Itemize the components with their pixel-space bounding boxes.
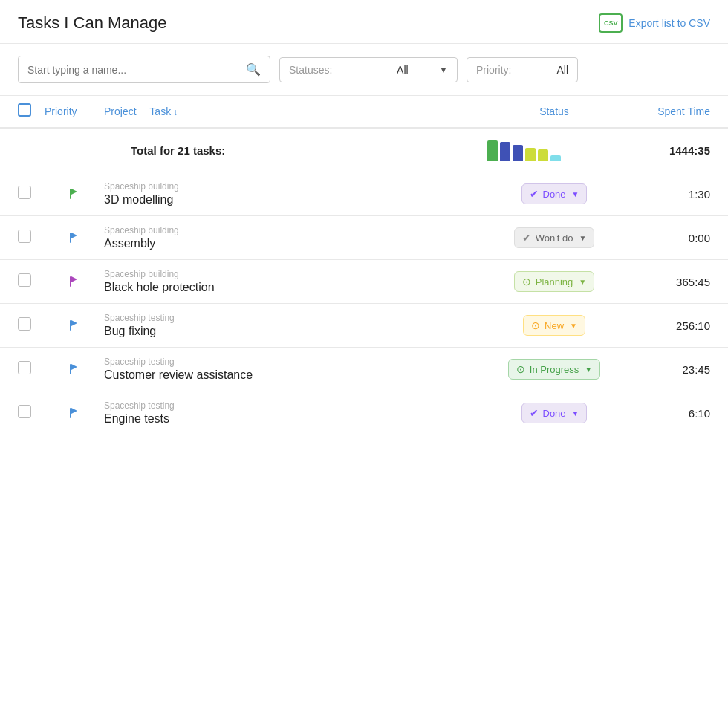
flag-icon — [67, 362, 82, 377]
export-label: Export list to CSV — [628, 17, 710, 29]
filters-bar: 🔍 Statuses: All ▼ Priority: All — [0, 44, 728, 96]
status-label: In Progress — [530, 364, 579, 375]
table-row: Spaceship building Black hole protection… — [0, 260, 728, 304]
flag-icon — [67, 274, 82, 289]
status-badge[interactable]: ⊙ Planning ▼ — [514, 271, 595, 292]
status-badge[interactable]: ✔ Won't do ▼ — [514, 227, 595, 248]
totals-chart — [487, 139, 621, 161]
select-all-col[interactable] — [18, 103, 45, 120]
task-status-col: ✔ Done ▼ — [487, 183, 621, 204]
search-input[interactable] — [27, 64, 246, 76]
priority-header-label: Priority — [45, 105, 77, 117]
status-dropdown-arrow: ▼ — [579, 278, 586, 286]
task-header-label: Task — [149, 105, 178, 117]
task-status-col: ⊙ New ▼ — [487, 315, 621, 336]
status-label: Done — [543, 189, 566, 200]
svg-marker-7 — [71, 320, 77, 326]
task-project: Spaceship building — [104, 269, 487, 279]
task-spent-time: 256:10 — [621, 319, 710, 332]
task-spent-time: 0:00 — [621, 232, 710, 244]
chart-bar — [500, 142, 510, 161]
status-filter-value: All — [397, 64, 409, 76]
task-check-col — [18, 230, 45, 246]
task-priority-col — [45, 318, 104, 333]
csv-icon: CSV — [599, 13, 623, 33]
chart-bar — [550, 155, 561, 161]
task-checkbox[interactable] — [18, 186, 31, 199]
status-label: Won't do — [536, 233, 573, 244]
flag-icon — [67, 186, 82, 201]
export-csv-link[interactable]: CSV Export list to CSV — [599, 13, 710, 33]
svg-marker-11 — [71, 408, 77, 414]
svg-rect-0 — [70, 189, 71, 199]
task-info-col: Spaceship building Black hole protection — [104, 269, 487, 294]
task-name[interactable]: Assembly — [104, 237, 487, 250]
status-icon: ✔ — [530, 407, 539, 419]
task-name[interactable]: 3D modelling — [104, 193, 487, 207]
table-row: Spaceship testing Bug fixing ⊙ New ▼ 256… — [0, 304, 728, 348]
task-info-col: Spaceship testing Customer review assist… — [104, 357, 487, 382]
task-list: Spaceship building 3D modelling ✔ Done ▼… — [0, 172, 728, 435]
svg-marker-5 — [71, 276, 77, 282]
status-dropdown-arrow: ▼ — [585, 365, 592, 374]
task-checkbox[interactable] — [18, 273, 31, 287]
totals-row: Total for 21 tasks: 1444:35 — [0, 129, 728, 172]
select-all-checkbox[interactable] — [18, 103, 31, 117]
table-row: Spaceship building 3D modelling ✔ Done ▼… — [0, 172, 728, 216]
task-priority-col — [45, 406, 104, 420]
task-status-col: ⊙ In Progress ▼ — [487, 359, 621, 380]
priority-col-header[interactable]: Priority — [45, 105, 104, 118]
task-info-col: Spaceship building Assembly — [104, 225, 487, 250]
svg-rect-2 — [70, 233, 71, 243]
task-name[interactable]: Customer review assistance — [104, 368, 487, 382]
status-label: New — [545, 320, 564, 331]
svg-rect-6 — [70, 320, 71, 331]
task-info-col: Spaceship testing Engine tests — [104, 400, 487, 426]
task-checkbox[interactable] — [18, 230, 31, 243]
search-box[interactable]: 🔍 — [18, 56, 270, 83]
chart-bar — [513, 145, 523, 161]
task-check-col — [18, 317, 45, 334]
status-badge[interactable]: ⊙ New ▼ — [523, 315, 585, 336]
totals-spent-time: 1444:35 — [621, 144, 710, 157]
task-priority-col — [45, 362, 104, 377]
table-row: Spaceship testing Customer review assist… — [0, 348, 728, 391]
task-checkbox[interactable] — [18, 405, 31, 418]
task-name[interactable]: Bug fixing — [104, 325, 487, 338]
task-priority-col — [45, 230, 104, 245]
svg-marker-1 — [71, 189, 77, 195]
page-header: Tasks I Can Manage CSV Export list to CS… — [0, 0, 728, 44]
page-title: Tasks I Can Manage — [18, 13, 167, 33]
status-header-label: Status — [539, 105, 569, 117]
svg-marker-9 — [71, 364, 77, 370]
status-badge[interactable]: ✔ Done ▼ — [521, 403, 588, 423]
task-project: Spaceship building — [104, 181, 487, 192]
priority-filter-label: Priority: — [476, 64, 511, 76]
task-checkbox[interactable] — [18, 317, 31, 331]
task-spent-time: 6:10 — [621, 407, 710, 420]
task-checkbox[interactable] — [18, 361, 31, 374]
priority-filter[interactable]: Priority: All — [467, 57, 578, 82]
chart-bar — [525, 148, 536, 161]
task-status-col: ✔ Won't do ▼ — [487, 227, 621, 248]
flag-icon — [67, 406, 82, 420]
svg-rect-4 — [70, 276, 71, 287]
task-col-header[interactable]: Project Task — [104, 105, 487, 118]
priority-filter-value: All — [556, 64, 568, 76]
project-header-label: Project — [104, 105, 137, 117]
search-icon: 🔍 — [246, 62, 261, 77]
totals-label: Total for 21 tasks: — [45, 144, 487, 157]
status-badge[interactable]: ⊙ In Progress ▼ — [508, 359, 600, 380]
task-priority-col — [45, 274, 104, 289]
task-check-col — [18, 273, 45, 290]
status-filter-label: Statuses: — [289, 64, 332, 76]
task-check-col — [18, 186, 45, 202]
chart-bar — [538, 149, 548, 161]
status-icon: ✔ — [530, 188, 539, 200]
task-name[interactable]: Black hole protection — [104, 281, 487, 294]
status-badge[interactable]: ✔ Done ▼ — [521, 183, 588, 204]
chevron-down-icon: ▼ — [439, 65, 448, 75]
status-dropdown-arrow: ▼ — [579, 234, 586, 242]
status-filter[interactable]: Statuses: All ▼ — [279, 57, 458, 82]
task-name[interactable]: Engine tests — [104, 412, 487, 426]
